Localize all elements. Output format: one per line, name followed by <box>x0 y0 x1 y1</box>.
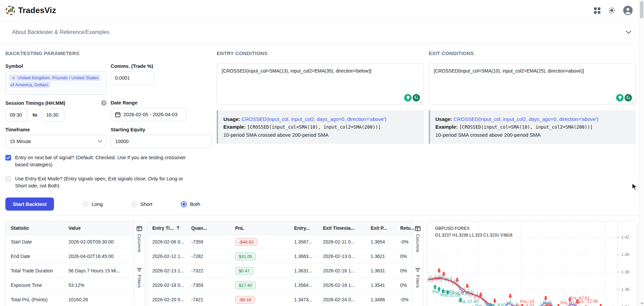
tradesviz-logo-icon <box>5 5 15 15</box>
side-radio-both[interactable]: Both <box>181 201 200 207</box>
chart-legend: GBPUSD.FOREX O1.3237 H1.3238 L1.323 C1.3… <box>435 226 513 237</box>
symbol-input[interactable]: xUnited Kingdom, Pounds / United States … <box>5 71 107 95</box>
radio-circle[interactable] <box>181 201 187 207</box>
scrollbar-thumb[interactable] <box>640 1 643 18</box>
comms-label: Comms. (Trade %) <box>111 63 212 69</box>
pnl-badge: $31.05 <box>235 253 256 260</box>
column-header-return[interactable]: Retu... <box>395 225 413 231</box>
session-to-input[interactable] <box>42 108 64 122</box>
sell-marker-icon <box>442 272 446 276</box>
page-scrollbar[interactable] <box>639 0 644 306</box>
exit-timestamp: 2026-02-13 0... <box>318 254 365 259</box>
session-to-word: to <box>33 112 37 118</box>
column-header-exit-price[interactable]: Exit P... <box>365 225 395 231</box>
trades-header-row: Entry Ti... Quan... PnL Entry... Exit Ti… <box>147 221 412 235</box>
usage-signature-link[interactable]: CROSSED(input_col, input_col2, days_ago=… <box>241 116 386 122</box>
exit-conditions-section: EXIT CONDITIONS [CROSSED(input_col=SMA(1… <box>429 50 636 211</box>
sell-marker-icon <box>544 296 548 301</box>
scrollbar-down-arrow[interactable] <box>640 303 644 305</box>
radio-circle[interactable] <box>83 201 89 207</box>
grammarly-widget[interactable]: G <box>403 93 421 102</box>
entry-conditions-title: ENTRY CONDITIONS <box>217 50 424 56</box>
entry-time: 2026-02-20 0... <box>147 297 186 302</box>
y-axis-tick-label: 1.36 <box>621 287 629 292</box>
stat-value: 53.12% <box>63 282 133 288</box>
remove-symbol-button[interactable]: x <box>12 76 14 80</box>
about-backtester-accordion[interactable]: About Backtester & Reference/Examples <box>0 21 644 44</box>
column-header-pnl[interactable]: PnL <box>216 225 289 231</box>
suggestion-bulb-icon[interactable] <box>404 94 412 101</box>
grammarly-icon[interactable]: G <box>413 94 420 101</box>
column-header-exit-timestamp[interactable]: Exit Timesta... <box>318 225 365 231</box>
stats-side-strip: Columns Filters <box>133 221 145 306</box>
columns-icon <box>415 226 421 231</box>
symbol-tag-label: United Kingdom, Pounds / United States o… <box>10 75 99 87</box>
exit-conditions-input[interactable]: [CROSSED(input_col=SMA(10), input_col2=E… <box>429 63 636 104</box>
date-range-input[interactable]: 2026-02-05 - 2026-04-03 <box>111 108 186 121</box>
columns-panel-button[interactable]: Columns <box>137 226 142 252</box>
textarea-resize-handle[interactable] <box>632 101 635 104</box>
symbol-tag: xUnited Kingdom, Pounds / United States … <box>9 75 101 88</box>
table-row[interactable]: 2026-02-20 0...-7421-$9.161.3473...2026-… <box>147 293 412 306</box>
suggestion-bulb-icon[interactable] <box>616 94 624 101</box>
comms-input[interactable] <box>111 71 154 85</box>
table-row[interactable]: 2026-02-13 1...-7322$0.471.3631...2026-0… <box>147 264 412 278</box>
stat-name: End Date <box>5 254 63 259</box>
account-avatar[interactable] <box>623 6 633 15</box>
table-row[interactable]: Total Trade Duration56 Days 7 Hours 15 M… <box>5 264 133 278</box>
column-header-entry-time[interactable]: Entry Ti... <box>147 225 186 231</box>
session-timings-label: Session Timings (HH:MM) <box>5 100 65 106</box>
pnl-cell: -$9.16 <box>216 296 289 304</box>
grammarly-widget[interactable]: G <box>615 93 633 102</box>
table-row[interactable]: End Date2026-04-02T16:45:00 <box>5 249 133 264</box>
theme-sun-icon[interactable] <box>608 7 615 14</box>
sort-ascending-icon <box>176 226 180 230</box>
return: -0% <box>395 297 413 302</box>
columns-panel-button[interactable]: Columns <box>415 226 421 252</box>
sell-marker-icon <box>599 304 603 306</box>
session-from-input[interactable] <box>5 108 28 122</box>
entry-time: 2026-02-12 1... <box>147 254 186 259</box>
starting-equity-input[interactable] <box>111 135 212 148</box>
date-range-value: 2026-02-05 - 2026-04-03 <box>123 112 177 117</box>
column-header-entry-price[interactable]: Entry... <box>289 225 318 231</box>
y-axis-tick-label: 1.34 <box>621 305 629 306</box>
next-bar-checkbox[interactable] <box>5 155 11 161</box>
brand[interactable]: TradesViz <box>5 5 56 15</box>
next-bar-checkbox-label: Entry on next bar of signal? (Default: C… <box>15 154 187 168</box>
sell-marker-icon <box>557 304 560 306</box>
price-chart-panel[interactable]: GBPUSD.FOREX O1.3237 H1.3238 L1.323 C1.3… <box>427 221 637 306</box>
sell-marker-icon <box>437 268 441 273</box>
entry-usage-block: Usage: CROSSED(input_col, input_col2, da… <box>217 110 424 144</box>
table-row[interactable]: 2026-02-18 0...-7359$17.401.3564...2026-… <box>147 278 412 293</box>
help-icon[interactable]: ? <box>101 100 107 106</box>
filters-panel-button[interactable]: Filters <box>137 268 142 288</box>
usage-signature-link[interactable]: CROSSED(input_col, input_col2, days_ago=… <box>453 116 598 122</box>
grammarly-icon[interactable]: G <box>625 94 632 101</box>
table-row[interactable]: 2026-02-12 1...-7282$31.051.3663...2026-… <box>147 249 412 264</box>
textarea-resize-handle[interactable] <box>420 101 423 104</box>
session-timings-field: Session Timings (HH:MM) ? to <box>5 100 107 122</box>
table-row[interactable]: Start Date2026-02-05T09:30:00 <box>5 235 133 249</box>
table-row[interactable]: Total PnL (Points)10160.26 <box>5 293 133 306</box>
side-radio-short[interactable]: Short <box>131 201 152 207</box>
side-radio-long[interactable]: Long <box>83 201 103 207</box>
pnl-cell: $31.05 <box>216 253 289 260</box>
brand-name: TradesViz <box>18 6 56 15</box>
column-header-statistic[interactable]: Statistic <box>5 225 63 231</box>
table-row[interactable]: Exposure Time53.12% <box>5 278 133 293</box>
table-row[interactable]: 2026-02-06 0...-7359-$48.831.3587...2026… <box>147 235 412 249</box>
return: 0% <box>395 254 413 259</box>
start-backtest-button[interactable]: Start Backtest <box>5 198 54 211</box>
backtester-form: BACKTESTING PARAMETERS Symbol xUnited Ki… <box>0 44 644 211</box>
example-code: [CROSSED(input_col=SMA(10), input_col2=S… <box>459 124 593 130</box>
usage-description: 10-period SMA crossed above 200-period S… <box>223 131 419 139</box>
column-header-value[interactable]: Value <box>63 225 133 231</box>
column-header-quantity[interactable]: Quan... <box>186 225 216 231</box>
filters-panel-button[interactable]: Filters <box>415 268 420 288</box>
entry-conditions-input[interactable]: [CROSSED(input_col=SMA(13), input_col2=E… <box>217 63 424 104</box>
entry-exit-checkbox[interactable] <box>5 176 11 182</box>
radio-circle[interactable] <box>131 201 137 207</box>
timeframe-select[interactable]: 15 Minute <box>5 135 107 148</box>
apps-grid-icon[interactable] <box>594 7 600 14</box>
